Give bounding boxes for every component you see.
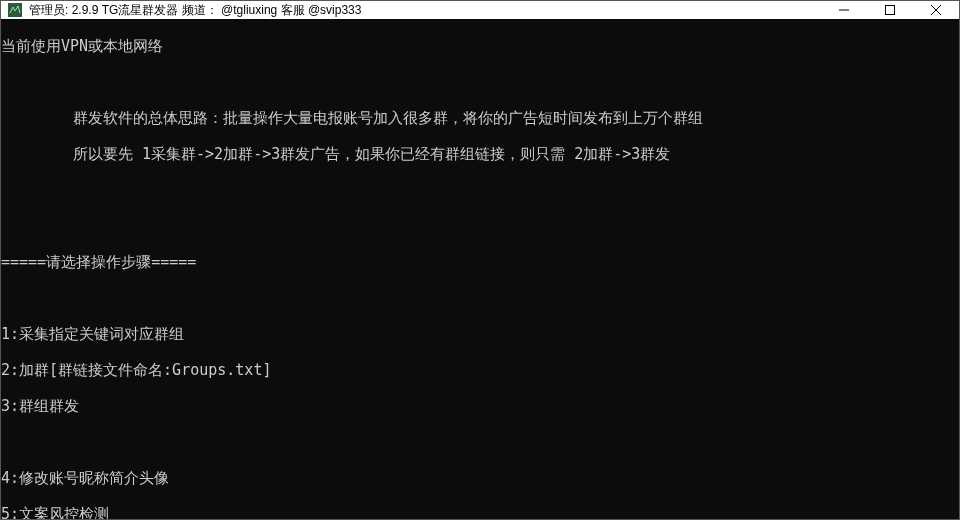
menu-option-4: 4:修改账号昵称简介头像: [1, 469, 959, 487]
menu-option-1: 1:采集指定关键词对应群组: [1, 325, 959, 343]
app-icon: [7, 2, 23, 18]
console-line: [1, 289, 959, 307]
console-prompt: =====请选择操作步骤=====: [1, 253, 959, 271]
window-controls: [821, 1, 959, 19]
console-line: [1, 217, 959, 235]
minimize-icon: [839, 5, 849, 15]
maximize-icon: [885, 5, 895, 15]
console-line: [1, 73, 959, 91]
menu-option-3: 3:群组群发: [1, 397, 959, 415]
maximize-button[interactable]: [867, 1, 913, 19]
minimize-button[interactable]: [821, 1, 867, 19]
menu-option-5: 5:文案风控检测: [1, 505, 959, 519]
titlebar[interactable]: 管理员: 2.9.9 TG流星群发器 频道： @tgliuxing 客服 @sv…: [1, 1, 959, 19]
app-window: 管理员: 2.9.9 TG流星群发器 频道： @tgliuxing 客服 @sv…: [0, 0, 960, 520]
console-line: 所以要先 1采集群->2加群->3群发广告，如果你已经有群组链接，则只需 2加群…: [1, 145, 959, 163]
console-line: [1, 181, 959, 199]
close-button[interactable]: [913, 1, 959, 19]
console-line: 群发软件的总体思路：批量操作大量电报账号加入很多群，将你的广告短时间发布到上万个…: [1, 109, 959, 127]
console-line: [1, 433, 959, 451]
menu-option-2: 2:加群[群链接文件命名:Groups.txt]: [1, 361, 959, 379]
console-line: 当前使用VPN或本地网络: [1, 37, 959, 55]
console-area[interactable]: 当前使用VPN或本地网络 群发软件的总体思路：批量操作大量电报账号加入很多群，将…: [1, 19, 959, 519]
close-icon: [931, 5, 941, 15]
window-title: 管理员: 2.9.9 TG流星群发器 频道： @tgliuxing 客服 @sv…: [29, 2, 361, 19]
svg-rect-2: [886, 6, 895, 15]
